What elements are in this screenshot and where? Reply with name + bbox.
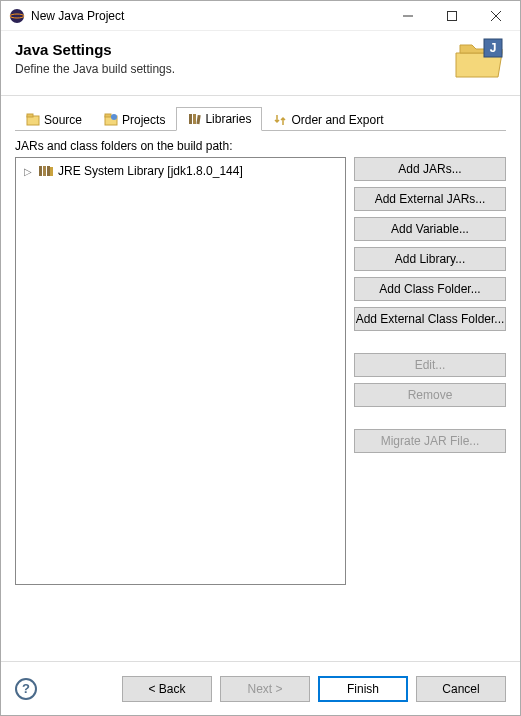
tab-projects[interactable]: Projects [93,107,176,131]
tree-item-label: JRE System Library [jdk1.8.0_144] [58,164,243,178]
add-jars-button[interactable]: Add JARs... [354,157,506,181]
add-library-button[interactable]: Add Library... [354,247,506,271]
expand-arrow-icon[interactable]: ▷ [24,166,34,177]
main-area: ▷ JRE System Library [jdk1.8.0_144] Add … [15,157,506,585]
tab-order-export[interactable]: Order and Export [262,107,394,131]
eclipse-icon [9,8,25,24]
library-icon [38,164,54,178]
migrate-jar-button: Migrate JAR File... [354,429,506,453]
dialog-header: Java Settings Define the Java build sett… [1,31,520,95]
svg-text:J: J [490,41,497,55]
build-path-tree[interactable]: ▷ JRE System Library [jdk1.8.0_144] [15,157,346,585]
tab-label: Projects [122,113,165,127]
tab-label: Source [44,113,82,127]
spacer [354,413,506,423]
svg-rect-9 [27,114,33,117]
svg-rect-3 [448,11,457,20]
page-subtitle: Define the Java build settings. [15,62,506,76]
content-area: Source Projects Libraries Order and Expo… [1,96,520,595]
minimize-button[interactable] [386,2,430,30]
finish-button[interactable]: Finish [318,676,408,702]
back-button[interactable]: < Back [122,676,212,702]
next-button: Next > [220,676,310,702]
projects-icon [104,113,118,127]
cancel-button[interactable]: Cancel [416,676,506,702]
tab-label: Libraries [205,112,251,126]
page-title: Java Settings [15,41,506,58]
svg-point-0 [10,9,24,23]
window-title: New Java Project [31,9,386,23]
add-class-folder-button[interactable]: Add Class Folder... [354,277,506,301]
add-variable-button[interactable]: Add Variable... [354,217,506,241]
tab-source[interactable]: Source [15,107,93,131]
svg-rect-16 [39,166,42,176]
svg-rect-17 [43,166,46,176]
content-label: JARs and class folders on the build path… [15,139,506,153]
tab-libraries[interactable]: Libraries [176,107,262,131]
button-column: Add JARs... Add External JARs... Add Var… [354,157,506,585]
svg-rect-19 [50,167,53,176]
svg-rect-14 [193,114,196,124]
add-external-jars-button[interactable]: Add External JARs... [354,187,506,211]
order-export-icon [273,113,287,127]
close-button[interactable] [474,2,518,30]
svg-rect-18 [47,166,50,176]
help-icon[interactable]: ? [15,678,37,700]
libraries-icon [187,112,201,126]
tree-item-jre[interactable]: ▷ JRE System Library [jdk1.8.0_144] [20,162,341,180]
add-external-class-folder-button[interactable]: Add External Class Folder... [354,307,506,331]
edit-button: Edit... [354,353,506,377]
svg-rect-13 [189,114,192,124]
maximize-button[interactable] [430,2,474,30]
tab-label: Order and Export [291,113,383,127]
tab-bar: Source Projects Libraries Order and Expo… [15,106,506,131]
svg-point-12 [111,114,117,120]
titlebar: New Java Project [1,1,520,31]
folder-java-icon: J [454,37,506,83]
svg-rect-11 [105,114,111,117]
svg-rect-15 [197,115,201,124]
wizard-footer: ? < Back Next > Finish Cancel [1,661,520,715]
source-icon [26,113,40,127]
remove-button: Remove [354,383,506,407]
spacer [354,337,506,347]
